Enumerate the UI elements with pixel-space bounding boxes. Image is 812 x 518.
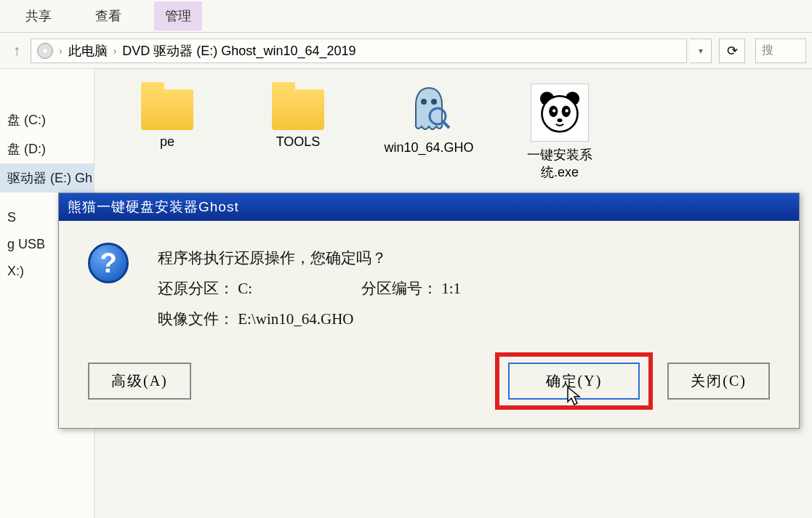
dialog-title: 熊猫一键硬盘安装器Ghost (59, 193, 799, 221)
address-dropdown[interactable]: ▾ (690, 39, 712, 63)
partition-label: 还原分区： (158, 280, 234, 297)
nav-up-button[interactable]: ↑ (6, 40, 28, 62)
file-gho[interactable]: win10_64.GHO (385, 84, 473, 155)
tab-share[interactable]: 共享 (15, 1, 63, 31)
chevron-right-icon: › (59, 45, 63, 57)
folder-tools[interactable]: TOOLS (254, 84, 342, 150)
file-label: 一键安装系统.exe (516, 146, 603, 181)
partnum-label: 分区编号： (361, 280, 438, 297)
file-installer-exe[interactable]: 一键安装系统.exe (516, 84, 603, 181)
address-row: ↑ › 此电脑 › DVD 驱动器 (E:) Ghost_win10_64_20… (0, 33, 812, 69)
address-bar[interactable]: › 此电脑 › DVD 驱动器 (E:) Ghost_win10_64_2019 (31, 39, 687, 63)
breadcrumb-drive[interactable]: DVD 驱动器 (E:) Ghost_win10_64_2019 (122, 42, 355, 60)
file-label: win10_64.GHO (384, 140, 473, 155)
svg-point-0 (421, 99, 427, 105)
breadcrumb-pc[interactable]: 此电脑 (68, 42, 108, 60)
tab-view[interactable]: 查看 (84, 1, 132, 31)
folder-icon (141, 89, 193, 130)
sidebar-item-drive-c[interactable]: 盘 (C:) (0, 105, 94, 134)
tab-manage[interactable]: 管理 (154, 1, 202, 31)
cd-drive-icon (37, 43, 53, 59)
panda-icon (531, 84, 589, 142)
sidebar-item-drive-d[interactable]: 盘 (D:) (0, 134, 94, 163)
question-icon: ? (88, 243, 129, 283)
partnum-value: 1:1 (441, 280, 461, 297)
image-label: 映像文件： (158, 310, 234, 328)
dialog-body: ? 程序将执行还原操作，您确定吗？ 还原分区： C: 分区编号： 1:1 映像文… (59, 221, 799, 341)
dialog-question: 程序将执行还原操作，您确定吗？ (158, 243, 461, 273)
advanced-button[interactable]: 高级(A) (88, 363, 191, 400)
ghost-icon (406, 84, 452, 136)
dialog-text: 程序将执行还原操作，您确定吗？ 还原分区： C: 分区编号： 1:1 映像文件：… (158, 243, 461, 334)
dialog-buttons: 高级(A) 确定(Y) 关闭(C) (59, 341, 799, 428)
svg-point-9 (552, 109, 555, 112)
ribbon-tabs: 共享 查看 管理 (0, 0, 812, 33)
confirm-button[interactable]: 确定(Y) (508, 363, 640, 400)
refresh-button[interactable]: ⟳ (719, 39, 745, 63)
folder-pe[interactable]: pe (124, 84, 211, 150)
close-button[interactable]: 关闭(C) (667, 363, 770, 400)
file-label: TOOLS (276, 134, 321, 150)
confirm-dialog: 熊猫一键硬盘安装器Ghost ? 程序将执行还原操作，您确定吗？ 还原分区： C… (58, 193, 800, 429)
svg-point-10 (565, 109, 568, 112)
svg-point-1 (431, 99, 437, 105)
highlight-box: 确定(Y) (495, 352, 654, 410)
image-value: E:\win10_64.GHO (238, 310, 353, 328)
search-input[interactable]: 搜 (755, 39, 806, 63)
chevron-right-icon: › (113, 45, 117, 57)
svg-line-3 (443, 122, 449, 128)
partition-value: C: (238, 280, 252, 297)
svg-point-11 (558, 118, 563, 122)
file-label: pe (160, 134, 174, 150)
sidebar-item-drive-e[interactable]: 驱动器 (E:) Gh (0, 163, 94, 193)
folder-icon (272, 89, 324, 130)
